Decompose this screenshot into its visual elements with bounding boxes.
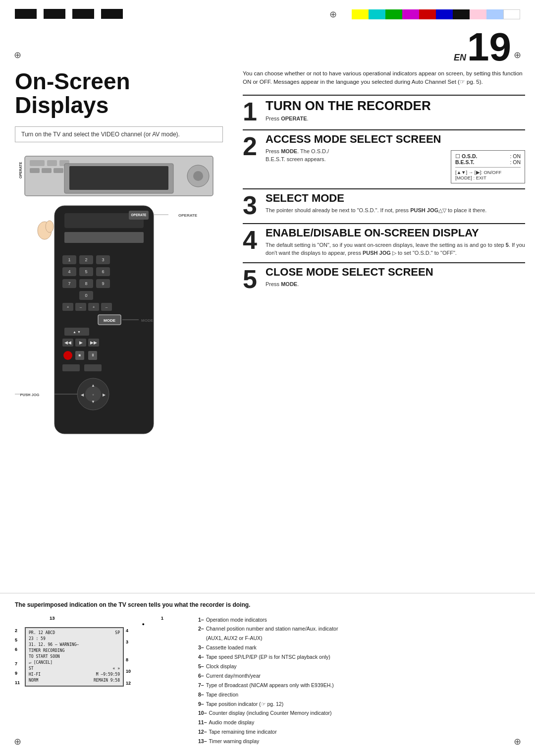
- screen-remain: REMAIN 9:58: [94, 678, 120, 684]
- svg-rect-8: [69, 166, 168, 190]
- svg-rect-5: [42, 168, 52, 173]
- step-2-inner: Press MODE. The O.S.D./B.E.S.T. screen a…: [266, 147, 525, 183]
- step-5-title: CLOSE MODE SELECT SCREEN: [266, 266, 525, 278]
- svg-text:▶▶: ▶▶: [90, 340, 97, 345]
- step-3-number: 3: [243, 192, 261, 218]
- vcr-svg: OPERATE OPERATE 1 2 3 4: [15, 151, 223, 449]
- color-bar-lightblue: [486, 9, 503, 19]
- screen-arrows: « »: [113, 666, 120, 672]
- screen-timer-rec: TIMER RECORDING: [29, 648, 64, 654]
- svg-text:8: 8: [85, 281, 87, 286]
- callout-12: 12: [126, 681, 134, 686]
- screen-line-7: ST « »: [29, 666, 120, 672]
- screen-line-9: NORM REMAIN 9:58: [29, 678, 120, 684]
- black-bar-4: [101, 9, 123, 19]
- svg-text:OPERATE: OPERATE: [178, 213, 198, 218]
- ind-num-5: 5–: [198, 662, 204, 671]
- page-title: On-Screen Displays: [15, 69, 223, 117]
- ind-text-2: Channel position number and station name…: [206, 624, 338, 643]
- indicator-11: 11– Audio mode display: [198, 718, 338, 727]
- osd-value-1: : ON: [510, 153, 521, 159]
- indicator-1: 1– Operation mode indicators: [198, 615, 338, 625]
- svg-text:▼: ▼: [91, 400, 95, 404]
- reg-mark-left: ⊕: [14, 50, 21, 60]
- indicator-8: 8– Tape direction: [198, 690, 338, 699]
- indicator-5: 5– Clock display: [198, 662, 338, 671]
- svg-text:OPERATE: OPERATE: [19, 162, 22, 178]
- ind-text-13: Timer warning display: [209, 737, 260, 746]
- svg-text:MODE: MODE: [104, 318, 116, 323]
- svg-rect-61: [84, 364, 102, 371]
- ind-text-7: Type of Broadcast (NICAM appears only wi…: [206, 681, 334, 690]
- svg-text:+: +: [93, 305, 95, 309]
- svg-text:■: ■: [79, 353, 81, 357]
- callout-1: 1: [161, 615, 163, 621]
- screen-cancel: ↵ [CANCEL]: [29, 660, 53, 666]
- reg-mark-bottom-right: ⊕: [514, 736, 521, 747]
- screen-line-3: 31. 12. 96 – WARNING–: [29, 642, 120, 648]
- callout-6: 6: [15, 647, 23, 652]
- reg-mark-right: ⊕: [514, 50, 521, 60]
- intro-text: You can choose whether or not to have va…: [243, 69, 525, 87]
- indicator-9: 9– Tape position indicator (☞ pg. 12): [198, 699, 338, 709]
- page-number-area: EN 19: [454, 27, 511, 67]
- ind-text-12: Tape remaining time indicator: [209, 727, 277, 737]
- svg-text:▶: ▶: [79, 340, 83, 345]
- svg-text:–: –: [106, 305, 108, 309]
- step-4-number: 4: [243, 227, 261, 253]
- black-bar-2: [44, 9, 65, 19]
- svg-text:0: 0: [85, 293, 87, 298]
- ind-text-5: Clock display: [206, 662, 237, 671]
- screen-date-warn: 31. 12. 96 – WARNING–: [29, 642, 79, 648]
- ind-num-2: 2–: [198, 624, 204, 643]
- callout-7: 7: [15, 661, 23, 666]
- ind-text-8: Tape direction: [206, 690, 238, 699]
- osd-nav-1: [▲▼] → [▶]: ON/OFF: [455, 170, 521, 175]
- svg-text:◀◀: ◀◀: [64, 340, 71, 345]
- callout-10: 10: [126, 669, 134, 674]
- osd-divider: [455, 167, 521, 168]
- ind-text-10: Counter display (including Counter Memor…: [209, 708, 332, 718]
- color-bar-red: [419, 9, 436, 19]
- indicator-4: 4– Tape speed SP/LP/EP (EP is for NTSC p…: [198, 652, 338, 662]
- ind-num-4: 4–: [198, 652, 204, 662]
- ind-num-6: 6–: [198, 671, 204, 681]
- step-2-number: 2: [243, 133, 261, 159]
- ind-num-3: 3–: [198, 643, 204, 652]
- svg-text:–: –: [80, 305, 82, 309]
- svg-point-10: [193, 171, 203, 181]
- step-1: 1 TURN ON THE RECORDER Press OPERATE.: [243, 95, 525, 124]
- svg-text:▶: ▶: [103, 393, 106, 397]
- screen-line-5: TO START SOON: [29, 654, 120, 660]
- svg-rect-60: [62, 364, 80, 371]
- step-4-desc: The default setting is "ON", so if you w…: [266, 241, 525, 257]
- bottom-content: 13 1 ● 2 5 6 7 9 11: [15, 615, 520, 746]
- screen-counter: M –9:59:59: [96, 672, 120, 678]
- ind-num-13: 13–: [198, 737, 207, 746]
- step-3: 3 SELECT MODE The pointer should already…: [243, 188, 525, 218]
- color-bars: [352, 9, 520, 19]
- indicator-6: 6– Current day/month/year: [198, 671, 338, 681]
- osd-label-1: ☐ O.S.D.: [455, 153, 477, 159]
- ind-num-12: 12–: [198, 727, 207, 737]
- svg-rect-16: [64, 232, 144, 243]
- bottom-note: The superimposed indication on the TV sc…: [15, 601, 520, 608]
- top-callout-numbers: 13 1: [15, 615, 188, 622]
- step-3-title: SELECT MODE: [266, 192, 525, 204]
- ind-num-10: 10–: [198, 708, 207, 718]
- vcr-illustration: OPERATE OPERATE 1 2 3 4: [15, 151, 223, 449]
- osd-row-1: ☐ O.S.D. : ON: [455, 153, 521, 159]
- svg-text:◀: ◀: [81, 393, 84, 397]
- color-bar-white: [503, 9, 520, 19]
- screen-row: 2 5 6 7 9 11 PR. 12 ABCD SP: [15, 627, 188, 687]
- black-bar-1: [15, 9, 37, 19]
- tv-instruction-box: Turn on the TV and select the VIDEO chan…: [15, 126, 223, 142]
- screen-norm: NORM: [29, 678, 38, 684]
- svg-text:OPERATE: OPERATE: [131, 213, 147, 217]
- step-1-number: 1: [243, 99, 261, 124]
- color-bar-yellow: [352, 9, 369, 19]
- dot-indicator: ●: [15, 622, 188, 627]
- ind-text-4: Tape speed SP/LP/EP (EP is for NTSC play…: [206, 652, 330, 662]
- svg-text:▲ ▼: ▲ ▼: [73, 330, 81, 334]
- indicator-3: 3– Cassette loaded mark: [198, 643, 338, 652]
